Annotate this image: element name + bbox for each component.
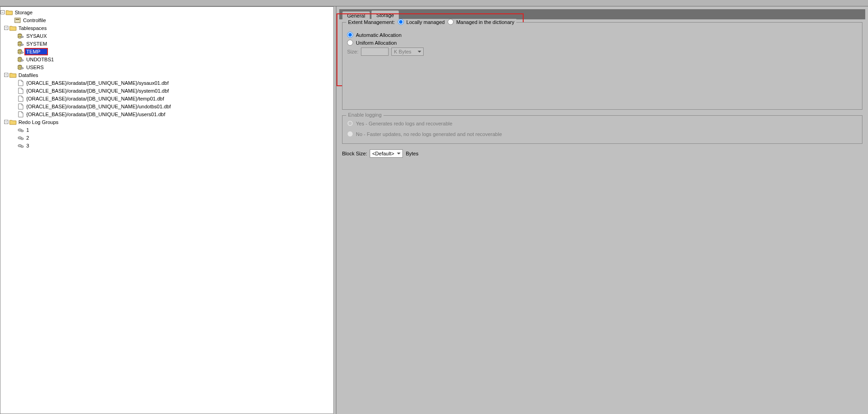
tree-label: 2 [25,135,30,141]
app-window: − Storage Controlfile [0,0,868,414]
tree-node-undotbs1[interactable]: UNDOTBS1 [0,55,333,63]
tree-label: {ORACLE_BASE}/oradata/{DB_UNIQUE_NAME}/t… [25,96,165,101]
tree-node-datafile[interactable]: {ORACLE_BASE}/oradata/{DB_UNIQUE_NAME}/s… [0,87,333,95]
uniform-size-row: Size: K Bytes [347,47,857,56]
tree-label: {ORACLE_BASE}/oradata/{DB_UNIQUE_NAME}/s… [25,88,170,94]
radio-label: Locally managed [407,19,445,25]
tree-label: Tablespaces [18,25,47,31]
svg-rect-1 [16,19,19,20]
datafile-icon [17,95,24,102]
radio-dictionary-managed[interactable]: Managed in the dictionary [448,19,514,25]
radio-input[interactable] [398,19,404,25]
tab-storage[interactable]: Storage [371,10,399,19]
datafile-icon [17,111,24,118]
folder-icon [9,119,17,125]
size-label: Size: [347,49,358,54]
spacer [9,18,13,22]
radio-input[interactable] [347,40,353,46]
radio-logging-yes: Yes - Generates redo logs and recoverabl… [347,120,857,126]
tablespace-icon [17,56,24,63]
tree-label: {ORACLE_BASE}/oradata/{DB_UNIQUE_NAME}/s… [25,80,170,86]
tree-label: Controlfile [22,18,47,23]
tree-label-selected: TEMP [24,48,48,55]
tree-label: USERS [25,65,45,70]
collapse-icon[interactable]: − [4,73,8,77]
tablespace-icon [17,41,24,47]
svg-point-17 [21,59,24,61]
radio-input [347,120,353,126]
radio-input[interactable] [347,32,353,38]
redolog-icon [17,135,24,141]
tree-label: Storage [14,10,34,15]
tree-node-temp[interactable]: TEMP [0,47,333,55]
tree-label: Redo Log Groups [18,119,59,125]
tree-label: SYSTEM [25,41,48,47]
radio-automatic-allocation[interactable]: Automatic Allocation [347,32,857,38]
svg-rect-0 [15,18,20,23]
tab-content-storage: Extent Management: Locally managed Manag… [339,19,865,411]
controlfile-icon [14,17,21,24]
tree-node-storage[interactable]: − Storage [0,8,333,16]
radio-label: Uniform Allocation [356,40,397,46]
enable-logging-group: Enable logging Yes - Generates redo logs… [342,115,862,144]
radio-label: Automatic Allocation [356,32,402,38]
block-size-unit: Bytes [406,151,419,156]
details-pane: General Storage Extent Management: Local… [337,6,868,414]
size-unit-combo: K Bytes [391,47,424,56]
tree-node-redolog[interactable]: − Redo Log Groups [0,118,333,126]
svg-point-23 [21,130,24,132]
tree-node-datafiles[interactable]: − Datafiles [0,71,333,79]
tree-node-datafile[interactable]: {ORACLE_BASE}/oradata/{DB_UNIQUE_NAME}/u… [0,102,333,110]
folder-icon [9,72,17,78]
tree-label: {ORACLE_BASE}/oradata/{DB_UNIQUE_NAME}/u… [25,104,172,109]
combo-value: K Bytes [394,49,411,54]
tree-label: SYSAUX [25,33,48,39]
tablespace-icon [17,48,24,55]
svg-point-25 [21,138,24,140]
redolog-icon [17,127,24,133]
logging-legend: Enable logging [346,112,384,118]
folder-icon [9,25,17,31]
datafile-icon [17,80,24,86]
redolog-icon [17,142,24,149]
tab-label: General [347,13,365,18]
radio-uniform-allocation[interactable]: Uniform Allocation [347,40,857,46]
svg-point-13 [21,52,24,53]
tree-node-redo[interactable]: 3 [0,142,333,149]
tree-node-system[interactable]: SYSTEM [0,40,333,47]
titlebar [0,0,868,6]
svg-point-27 [21,146,24,148]
tree-node-sysaux[interactable]: SYSAUX [0,32,333,40]
collapse-icon[interactable]: − [0,10,5,14]
tablespace-icon [17,33,24,39]
tree-node-redo[interactable]: 1 [0,126,333,134]
svg-point-21 [21,67,24,69]
tree-node-users[interactable]: USERS [0,63,333,71]
tree-node-datafile[interactable]: {ORACLE_BASE}/oradata/{DB_UNIQUE_NAME}/s… [0,79,333,87]
radio-input[interactable] [448,19,454,25]
tree-node-redo[interactable]: 2 [0,134,333,142]
tree-node-datafile[interactable]: {ORACLE_BASE}/oradata/{DB_UNIQUE_NAME}/t… [0,95,333,102]
tree-label: Datafiles [18,72,39,78]
datafile-icon [17,103,24,110]
radio-logging-no: No - Faster updates, no redo logs genera… [347,131,857,137]
block-size-row: Block Size: <Default> Bytes [342,149,862,158]
tree-node-tablespaces[interactable]: − Tablespaces [0,24,333,32]
block-size-combo[interactable]: <Default> [370,149,403,158]
collapse-icon[interactable]: − [4,26,8,30]
block-size-label: Block Size: [342,151,367,156]
tab-general[interactable]: General [342,11,370,19]
radio-locally-managed[interactable]: Locally managed [398,19,445,25]
tree-pane: − Storage Controlfile [0,6,334,414]
tree-node-controlfile[interactable]: Controlfile [0,16,333,24]
svg-point-9 [21,44,24,45]
collapse-icon[interactable]: − [4,120,8,124]
tablespace-icon [17,64,24,71]
tree-label: UNDOTBS1 [25,57,55,62]
radio-label: Yes - Generates redo logs and recoverabl… [356,121,452,126]
radio-input [347,131,353,137]
size-input [361,47,389,56]
tree-node-datafile[interactable]: {ORACLE_BASE}/oradata/{DB_UNIQUE_NAME}/u… [0,110,333,118]
main-split: − Storage Controlfile [0,6,868,414]
extent-management-group: Extent Management: Locally managed Manag… [342,22,862,110]
